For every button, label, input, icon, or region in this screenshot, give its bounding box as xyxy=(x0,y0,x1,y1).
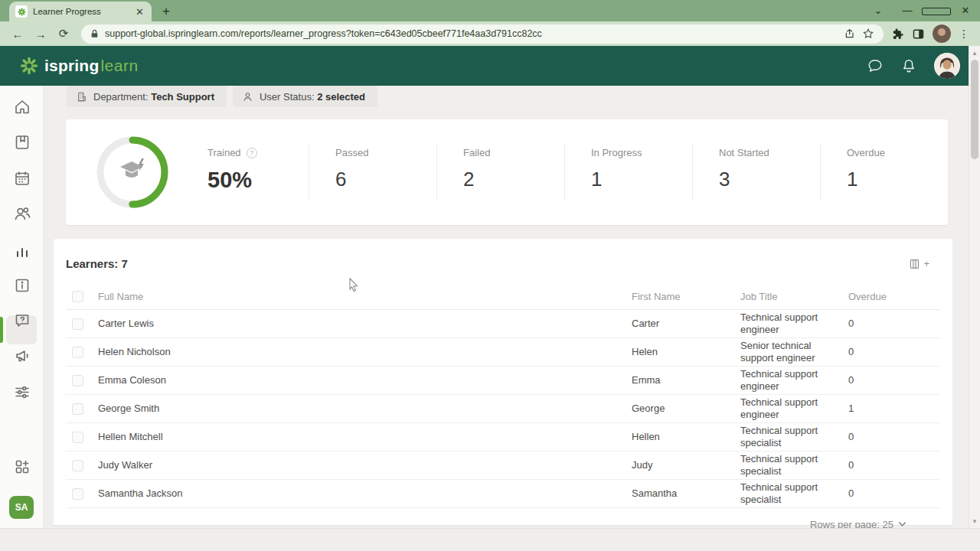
row-checkbox[interactable] xyxy=(72,347,83,358)
summary-card: Trained ? 50% Passed 6 Failed 2 In Progr… xyxy=(66,119,948,225)
sidebar-item-apps[interactable] xyxy=(13,458,31,476)
filter-department-label: Department: xyxy=(93,91,149,103)
filter-user-status-label: User Status: xyxy=(260,91,315,103)
sidebar-item-reports[interactable] xyxy=(13,244,31,262)
row-checkbox[interactable] xyxy=(72,403,83,415)
filter-department[interactable]: Department: Tech Support xyxy=(67,86,227,107)
table-row[interactable]: Hellen Mitchell Hellen Technical support… xyxy=(66,423,940,452)
graduation-cap-bolt-icon xyxy=(120,158,144,178)
row-checkbox[interactable] xyxy=(72,488,83,500)
filter-bar: Department: Tech Support User Status: 2 … xyxy=(44,86,968,107)
sidebar-item-calendar[interactable] xyxy=(13,169,31,187)
stat-trained-label: Trained xyxy=(207,147,241,158)
filter-department-value: Tech Support xyxy=(151,91,214,103)
sidebar-item-trainings[interactable] xyxy=(13,276,31,295)
column-settings-button[interactable]: + xyxy=(910,258,929,269)
ispring-flower-icon xyxy=(20,57,38,75)
table-row[interactable]: Carter Lewis Carter Technical support en… xyxy=(66,310,940,338)
reload-button[interactable]: ⟳ xyxy=(54,24,74,44)
columns-icon xyxy=(910,259,922,269)
scroll-down-icon[interactable]: ▼ xyxy=(969,516,980,527)
browser-menu-kebab-icon[interactable]: ⋮ xyxy=(959,28,969,40)
extensions-puzzle-icon[interactable] xyxy=(891,28,904,41)
sidebar-item-help[interactable] xyxy=(13,311,31,330)
department-icon xyxy=(76,91,87,103)
browser-tab-bar: Learner Progress ✕ + ⌄ — ✕ xyxy=(0,0,980,21)
table-row[interactable]: Samantha Jackson Samantha Technical supp… xyxy=(66,480,940,508)
notifications-bell-icon[interactable] xyxy=(900,57,917,74)
tab-title: Learner Progress xyxy=(33,7,129,16)
side-panel-icon[interactable] xyxy=(912,28,925,41)
trained-help-icon[interactable]: ? xyxy=(247,148,257,158)
main-content: Department: Tech Support User Status: 2 … xyxy=(44,86,968,528)
select-all-checkbox[interactable] xyxy=(72,291,83,302)
bookmark-star-icon[interactable] xyxy=(862,28,874,40)
browser-tab[interactable]: Learner Progress ✕ xyxy=(9,2,152,21)
brand-secondary: learn xyxy=(100,57,138,74)
url-text: support-global.ispringlearn.com/reports/… xyxy=(105,28,838,39)
messages-chat-icon[interactable] xyxy=(867,57,884,74)
filter-user-status-value: 2 selected xyxy=(317,91,365,103)
chevron-down-icon[interactable] xyxy=(898,521,906,527)
col-overdue[interactable]: Overdue xyxy=(848,291,940,302)
window-close-button[interactable]: ✕ xyxy=(951,0,980,21)
stat-trained-value: 50% xyxy=(207,168,309,193)
col-first-name[interactable]: First Name xyxy=(632,291,740,302)
page-scrollbar[interactable]: ▲ ▼ xyxy=(969,46,980,528)
brand-primary: ispring xyxy=(44,57,99,74)
letterbox-bottom xyxy=(0,528,980,551)
ispring-favicon xyxy=(15,5,28,18)
table-row[interactable]: Judy Walker Judy Technical support speci… xyxy=(66,452,940,480)
sidebar-item-users[interactable] xyxy=(13,204,31,223)
stat-not-started: Not Started 3 xyxy=(692,144,820,201)
stat-passed: Passed 6 xyxy=(309,144,436,201)
window-maximize-button[interactable] xyxy=(922,0,951,21)
screen: Learner Progress ✕ + ⌄ — ✕ ← → ⟳ support… xyxy=(0,0,980,551)
page-body: SA Department: Tech Support User Status:… xyxy=(0,86,980,528)
app-header: ispringlearn xyxy=(0,46,980,86)
sidebar-item-home[interactable] xyxy=(13,98,31,116)
user-status-icon xyxy=(242,91,253,103)
col-full-name[interactable]: Full Name xyxy=(98,291,632,302)
row-checkbox[interactable] xyxy=(72,375,83,386)
table-header-row: Full Name First Name Job Title Overdue xyxy=(66,284,940,310)
ispring-logo[interactable]: ispringlearn xyxy=(20,57,139,75)
learners-card: Learners: 7 + Full Name First Name Job T… xyxy=(54,239,952,525)
scrollbar-thumb[interactable] xyxy=(971,60,978,159)
stat-failed: Failed 2 xyxy=(436,144,564,201)
learners-title: Learners: 7 xyxy=(66,257,128,270)
row-checkbox[interactable] xyxy=(72,318,83,330)
window-minimize-button[interactable]: — xyxy=(893,0,922,21)
browser-toolbar: ← → ⟳ support-global.ispringlearn.com/re… xyxy=(0,21,980,46)
filter-user-status[interactable]: User Status: 2 selected xyxy=(233,86,377,107)
tab-search-chevron-icon[interactable]: ⌄ xyxy=(864,0,893,21)
mouse-cursor xyxy=(348,278,359,293)
back-button[interactable]: ← xyxy=(8,24,28,44)
account-badge[interactable]: SA xyxy=(9,496,34,519)
row-checkbox[interactable] xyxy=(72,432,83,443)
table-row[interactable]: George Smith George Technical support en… xyxy=(66,395,940,423)
table-row[interactable]: Helen Nicholson Helen Senior technical s… xyxy=(66,338,940,367)
forward-button[interactable]: → xyxy=(31,24,51,44)
user-avatar[interactable] xyxy=(934,53,960,79)
browser-profile-avatar[interactable] xyxy=(933,24,951,43)
scroll-up-icon[interactable]: ▲ xyxy=(969,47,980,58)
share-icon[interactable] xyxy=(844,28,856,40)
col-job-title[interactable]: Job Title xyxy=(740,291,848,302)
active-indicator xyxy=(0,317,3,343)
stat-in-progress: In Progress 1 xyxy=(564,144,692,201)
tab-close-icon[interactable]: ✕ xyxy=(134,6,145,18)
sidebar-item-announcements[interactable] xyxy=(13,347,31,365)
stat-overdue: Overdue 1 xyxy=(820,144,948,201)
table-row[interactable]: Emma Coleson Emma Technical support engi… xyxy=(66,367,940,395)
sidebar: SA xyxy=(0,86,44,528)
new-tab-button[interactable]: + xyxy=(162,5,170,18)
sidebar-item-settings[interactable] xyxy=(13,383,31,401)
sidebar-item-courses[interactable] xyxy=(13,133,31,152)
trained-donut-chart xyxy=(96,135,169,209)
address-bar[interactable]: support-global.ispringlearn.com/reports/… xyxy=(81,24,884,44)
row-checkbox[interactable] xyxy=(72,460,83,471)
lock-icon xyxy=(90,29,99,38)
stat-trained: Trained ? 50% xyxy=(188,144,309,201)
